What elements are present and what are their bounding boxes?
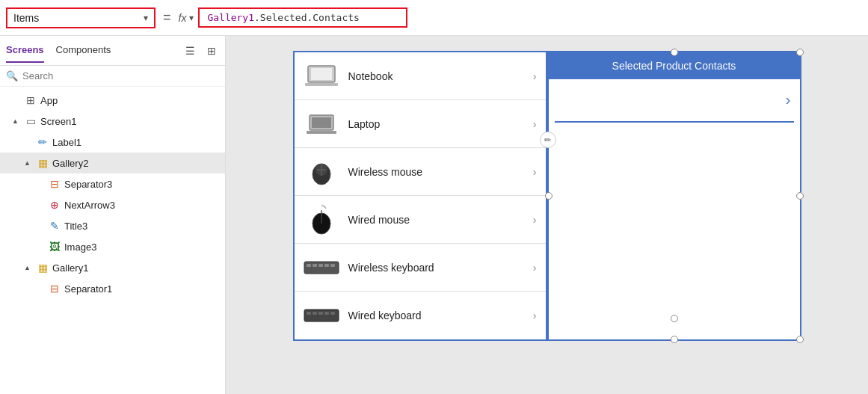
tree-item-separator3[interactable]: ⊟Separator3 — [0, 173, 225, 194]
gallery-item-img-wireless_keyboard — [304, 254, 339, 281]
gallery-item-chevron-wired_mouse: › — [533, 214, 537, 226]
gallery-item-label-wireless_mouse: Wireless mouse — [348, 166, 524, 178]
tree-item-separator1[interactable]: ⊟Separator1 — [0, 278, 225, 299]
left-panel: Screens Components ☰ ⊞ 🔍 ⊞App▲▭Screen1✏L… — [0, 36, 226, 394]
svg-rect-17 — [324, 264, 329, 267]
svg-rect-16 — [318, 264, 323, 267]
gallery-item-chevron-wired_keyboard: › — [533, 310, 537, 321]
tree-arrow-gallery1: ▲ — [24, 264, 33, 271]
tree-label-title3: Title3 — [64, 221, 87, 232]
tree-label-screen1: Screen1 — [40, 116, 76, 127]
tree-icon-title3: ✎ — [48, 219, 61, 233]
tree-item-nextarrow3[interactable]: ⊕NextArrow3 — [0, 194, 225, 215]
formula-box[interactable]: Gallery1.Selected.Contacts — [198, 7, 407, 28]
gallery-item-laptop[interactable]: Laptop› — [295, 100, 546, 148]
tree-label-image3: Image3 — [64, 241, 96, 253]
svg-rect-20 — [307, 312, 311, 315]
list-view-icon[interactable]: ☰ — [182, 43, 198, 58]
tree-panel: ⊞App▲▭Screen1✏Label1▲▦Gallery2⊟Separator… — [0, 87, 225, 394]
handle-bottom-right[interactable] — [796, 336, 804, 343]
svg-rect-24 — [330, 312, 335, 315]
tree-icon-separator1: ⊟ — [48, 282, 61, 295]
tree-item-screen1[interactable]: ▲▭Screen1 — [0, 111, 225, 132]
handle-bottom[interactable] — [671, 336, 678, 343]
tree-icon-image3: 🖼 — [48, 240, 61, 253]
tree-item-gallery1[interactable]: ▲▦Gallery1 — [0, 257, 225, 278]
tree-item-app[interactable]: ⊞App — [0, 90, 225, 111]
svg-rect-19 — [304, 310, 339, 321]
tree-arrow-screen1: ▲ — [12, 117, 21, 125]
tree-icon-label1: ✏ — [36, 135, 49, 149]
gallery2-panel: Notebook›Laptop›Wireless mouse›Wired mou… — [293, 51, 547, 341]
tree-icon-nextarrow3: ⊕ — [48, 198, 61, 212]
tree-icon-app: ⊞ — [24, 93, 37, 107]
tree-item-image3[interactable]: 🖼Image3 — [0, 236, 225, 257]
gallery-item-wired_keyboard[interactable]: Wired keyboard› — [295, 292, 546, 339]
fx-button[interactable]: fx ▾ — [179, 12, 194, 24]
contacts-body: › — [549, 79, 800, 318]
gallery-item-wireless_mouse[interactable]: Wireless mouse› — [295, 148, 546, 196]
gallery-item-wired_mouse[interactable]: Wired mouse› — [295, 196, 546, 244]
canvas: Notebook›Laptop›Wireless mouse›Wired mou… — [226, 36, 868, 394]
fx-chevron[interactable]: ▾ — [189, 13, 194, 23]
svg-rect-13 — [304, 262, 339, 274]
svg-rect-2 — [305, 83, 338, 86]
svg-rect-5 — [307, 131, 336, 134]
gallery-item-chevron-notebook: › — [533, 70, 537, 82]
tree-icon-separator3: ⊟ — [48, 177, 61, 191]
tree-item-gallery2[interactable]: ▲▦Gallery2 — [0, 153, 225, 173]
search-box: 🔍 — [0, 66, 225, 87]
grid-view-icon[interactable]: ⊞ — [204, 43, 219, 58]
panel-tabs: Screens Components ☰ ⊞ — [0, 36, 225, 66]
gallery-item-notebook[interactable]: Notebook› — [295, 52, 546, 100]
contacts-separator — [555, 121, 794, 123]
handle-inner-bottom[interactable] — [671, 315, 678, 322]
gallery-item-img-wired_mouse — [304, 206, 339, 233]
tree-icon-gallery1: ▦ — [36, 261, 49, 274]
name-field-value: Items — [13, 12, 39, 24]
svg-rect-14 — [307, 264, 311, 267]
gallery-item-img-notebook — [304, 63, 339, 90]
formula-text: Gallery1.Selected.Contacts — [207, 12, 360, 23]
tab-screens[interactable]: Screens — [6, 38, 44, 63]
gallery-item-wireless_keyboard[interactable]: Wireless keyboard› — [295, 244, 546, 292]
contacts-arrow-icon[interactable]: › — [786, 91, 791, 108]
search-icon: 🔍 — [6, 70, 18, 81]
tree-item-label1[interactable]: ✏Label1 — [0, 132, 225, 153]
tab-icons: ☰ ⊞ — [182, 43, 219, 58]
handle-top-right[interactable] — [796, 49, 804, 56]
name-field-chevron[interactable]: ▾ — [144, 13, 148, 23]
gallery-item-label-wired_keyboard: Wired keyboard — [348, 310, 524, 321]
svg-rect-18 — [330, 264, 335, 267]
gallery-item-img-wired_keyboard — [304, 302, 339, 329]
contacts-title: Selected Product Contacts — [612, 60, 736, 72]
svg-rect-15 — [313, 264, 317, 267]
gallery-item-label-wired_mouse: Wired mouse — [348, 214, 524, 226]
tree-label-label1: Label1 — [52, 137, 81, 148]
svg-rect-23 — [324, 312, 329, 315]
tab-components[interactable]: Components — [56, 38, 111, 63]
canvas-content: Notebook›Laptop›Wireless mouse›Wired mou… — [293, 51, 801, 341]
toolbar: Items ▾ = fx ▾ Gallery1.Selected.Contact… — [0, 0, 868, 36]
tree-label-gallery2: Gallery2 — [52, 158, 88, 169]
contacts-panel: Selected Product Contacts ✏ › — [547, 51, 801, 341]
gallery-item-label-wireless_keyboard: Wireless keyboard — [348, 262, 524, 274]
name-box[interactable]: Items ▾ — [6, 7, 156, 28]
tree-item-title3[interactable]: ✎Title3 — [0, 215, 225, 236]
main-area: Screens Components ☰ ⊞ 🔍 ⊞App▲▭Screen1✏L… — [0, 36, 868, 394]
search-input[interactable] — [22, 70, 219, 81]
tree-icon-screen1: ▭ — [24, 114, 37, 128]
tree-icon-gallery2: ▦ — [36, 156, 49, 170]
tree-arrow-gallery2: ▲ — [24, 159, 33, 167]
tree-label-separator3: Separator3 — [64, 179, 112, 190]
fx-label: fx — [179, 12, 187, 24]
svg-rect-4 — [312, 117, 331, 128]
gallery-item-label-notebook: Notebook — [348, 70, 524, 82]
gallery-item-chevron-wireless_mouse: › — [533, 166, 537, 178]
handle-top[interactable] — [671, 49, 678, 56]
contacts-header: Selected Product Contacts — [549, 52, 800, 79]
gallery-item-img-wireless_mouse — [304, 158, 339, 185]
gallery-item-img-laptop — [304, 111, 339, 138]
equals-sign: = — [160, 10, 174, 25]
tree-label-app: App — [40, 95, 58, 106]
